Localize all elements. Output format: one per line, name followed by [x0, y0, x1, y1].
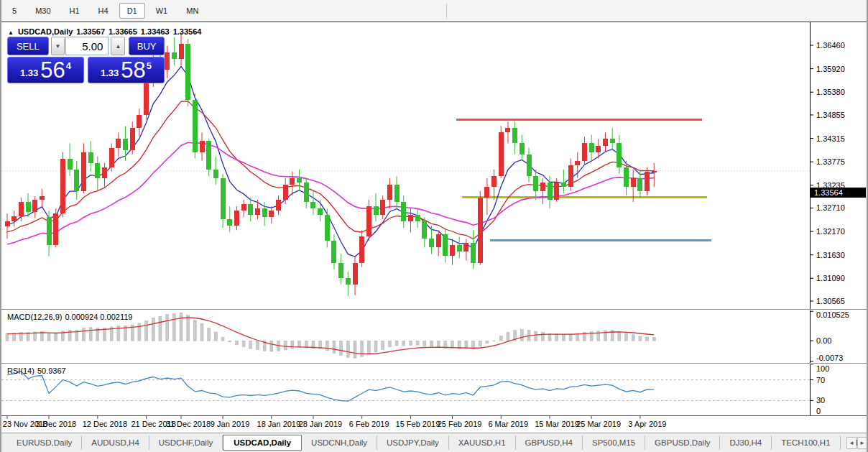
- candle-body: [568, 165, 573, 187]
- timeframe-button-h1[interactable]: H1: [62, 3, 88, 19]
- candle-body: [631, 178, 636, 187]
- candle-body: [40, 196, 45, 200]
- buy-price-pip: 5: [147, 60, 152, 71]
- timeframe-button-h4[interactable]: H4: [91, 3, 116, 19]
- timeframe-button-mn[interactable]: MN: [178, 3, 206, 19]
- candle-body: [95, 163, 100, 178]
- symbol-tab-eurusd[interactable]: EURUSD,Daily: [7, 435, 82, 450]
- chart-window[interactable]: ▲ USDCAD,Daily 1.33567 1.33665 1.33463 1…: [1, 22, 868, 433]
- symbol-tab-dj30[interactable]: DJ30,H4: [720, 435, 772, 450]
- macd-histogram-bar: [208, 328, 211, 341]
- symbol-tab-xauusd[interactable]: XAUUSD,H1: [449, 435, 516, 450]
- macd-axis-label: 0.010525: [816, 310, 849, 319]
- candle-body: [19, 202, 24, 216]
- sell-price-button[interactable]: 1.33 56 4: [7, 57, 84, 83]
- macd-histogram-bar: [652, 337, 655, 341]
- candle-body: [60, 159, 65, 214]
- macd-histogram-bar: [541, 332, 544, 341]
- macd-histogram-bar: [388, 341, 391, 347]
- macd-histogram-bar: [479, 341, 481, 346]
- symbol-tab-usdjpy[interactable]: USDJPY,Daily: [377, 435, 449, 450]
- macd-histogram-bar: [270, 341, 273, 351]
- candle-body: [304, 183, 309, 202]
- candle-body: [109, 148, 114, 167]
- macd-histogram-bar: [416, 341, 419, 345]
- candle-body: [575, 161, 580, 165]
- candle-body: [310, 202, 315, 208]
- price-axis-label: 1.31630: [816, 251, 845, 259]
- sell-button[interactable]: SELL: [7, 37, 49, 55]
- candle-body: [193, 100, 198, 152]
- timeframe-button-5[interactable]: 5: [4, 3, 24, 19]
- candle-body: [387, 185, 392, 200]
- candle-body: [241, 204, 246, 211]
- candle-body: [499, 132, 504, 175]
- bar-high-value: 1.33665: [108, 27, 137, 36]
- timeframe-button-w1[interactable]: W1: [148, 3, 176, 19]
- symbol-tab-gbpusd[interactable]: GBPUSD,Daily: [645, 435, 720, 450]
- collapse-triangle-icon[interactable]: ▲: [8, 29, 14, 36]
- date-axis-label: 9 Jan 2019: [211, 420, 249, 428]
- candle-body: [380, 200, 385, 215]
- tab-scroll-right-button[interactable]: ►: [857, 437, 867, 449]
- candle-body: [603, 139, 608, 145]
- macd-histogram-bar: [486, 341, 489, 343]
- volume-input[interactable]: [65, 37, 108, 55]
- candle-body: [450, 245, 455, 256]
- symbol-tab-gbpusd[interactable]: GBPUSD,H4: [516, 435, 583, 450]
- date-axis-label: 25 Mar 2019: [576, 420, 621, 428]
- chart-symbol-label: USDCAD,Daily: [18, 27, 73, 36]
- macd-histogram-bar: [625, 333, 628, 341]
- date-axis-label: 3 Apr 2019: [628, 420, 666, 428]
- candle-body: [596, 146, 601, 152]
- rsi-axis-label: 0: [816, 407, 821, 415]
- symbol-tab-usdcad[interactable]: USDCAD,Daily: [223, 435, 302, 451]
- candle-body: [11, 216, 17, 221]
- symbol-tab-tech100[interactable]: TECH100,H1: [772, 435, 840, 450]
- date-axis[interactable]: 23 Nov 20183 Dec 201812 Dec 201821 Dec 2…: [1, 415, 868, 433]
- macd-histogram-bar: [569, 334, 572, 341]
- date-axis-label: 6 Mar 2019: [488, 420, 528, 428]
- macd-histogram-bar: [47, 333, 50, 341]
- volume-increase-button[interactable]: ▲: [111, 37, 125, 55]
- tab-scroll-arrows: ◄ ►: [846, 437, 867, 449]
- volume-decrease-button[interactable]: ▼: [51, 37, 65, 55]
- macd-histogram-bar: [145, 321, 148, 341]
- tab-scroll-left-button[interactable]: ◄: [846, 437, 857, 449]
- candle-body: [617, 143, 622, 167]
- price-axis-label: 1.34315: [816, 134, 845, 143]
- macd-histogram-bar: [367, 341, 370, 354]
- symbol-tab-usdchf[interactable]: USDCHF,Daily: [149, 435, 223, 450]
- rsi-panel-canvas[interactable]: 10070300: [1, 364, 868, 416]
- timeframe-button-m30[interactable]: M30: [27, 3, 58, 19]
- candle-body: [527, 154, 532, 176]
- symbol-tab-usdcnh[interactable]: USDCNH,Daily: [302, 435, 377, 450]
- candle-body: [325, 215, 330, 241]
- chart-title: ▲ USDCAD,Daily 1.33567 1.33665 1.33463 1…: [8, 27, 201, 36]
- macd-histogram-bar: [221, 338, 224, 341]
- symbol-tab-audusd[interactable]: AUDUSD,H4: [82, 435, 149, 450]
- symbol-tab-sp500[interactable]: SP500,M15: [583, 435, 645, 450]
- date-axis-label: 15 Feb 2019: [396, 420, 440, 428]
- buy-price-button[interactable]: 1.33 58 5: [88, 57, 165, 83]
- macd-histogram-bar: [395, 341, 398, 346]
- candle-body: [645, 172, 650, 191]
- candle-body: [255, 208, 260, 215]
- trading-platform-window: 5M30H1H4D1W1MN ▲ USDCAD,Daily 1.33567 1.…: [0, 0, 868, 452]
- candle-body: [533, 176, 538, 191]
- macd-histogram-bar: [520, 329, 523, 341]
- timeframe-toolbar: 5M30H1H4D1W1MN: [1, 0, 868, 22]
- macd-histogram-bar: [646, 337, 649, 341]
- candle-body: [561, 183, 566, 187]
- macd-name: MACD(12,26,9): [7, 313, 62, 321]
- buy-button[interactable]: BUY: [129, 37, 165, 55]
- candle-body: [269, 211, 274, 217]
- macd-histogram-bar: [13, 333, 16, 341]
- candle-body: [123, 139, 128, 149]
- macd-histogram-bar: [618, 331, 621, 341]
- buy-price-prefix: 1.33: [101, 68, 119, 78]
- macd-histogram-bar: [437, 341, 440, 347]
- macd-histogram-bar: [409, 341, 412, 345]
- timeframe-button-d1[interactable]: D1: [119, 3, 145, 19]
- macd-histogram-bar: [555, 334, 558, 341]
